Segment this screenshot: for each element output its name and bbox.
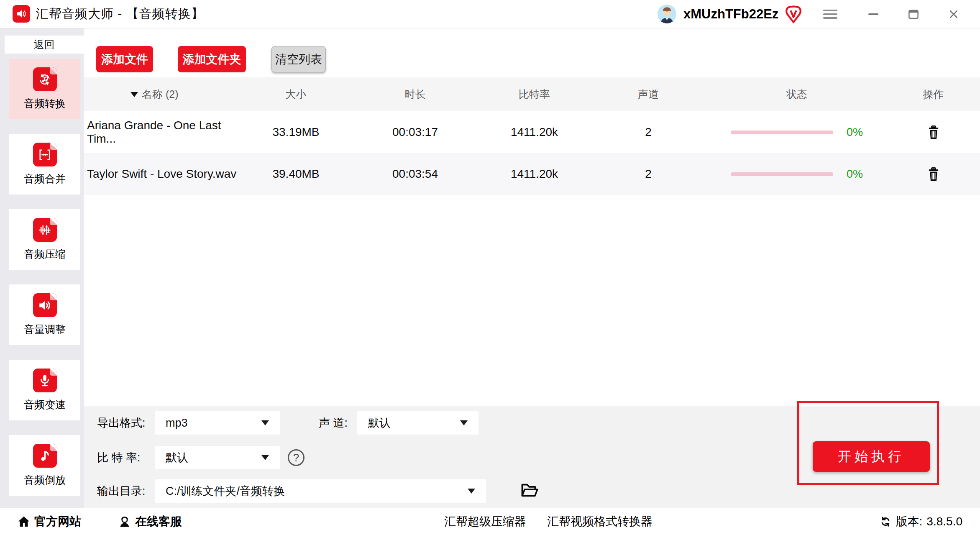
chevron-down-icon	[261, 455, 269, 460]
progress-indicator: 0%	[731, 168, 863, 181]
online-support-link[interactable]: 在线客服	[118, 508, 182, 535]
bitrate-value: 默认	[166, 450, 188, 465]
minimize-button[interactable]	[864, 5, 883, 23]
sidebar-item-audio-speed[interactable]: 音频变速	[9, 360, 80, 420]
app-window: 汇帮音频大师 - 【音频转换】 xMUzhTFb22Ez	[0, 0, 980, 535]
file-duration: 00:03:17	[351, 111, 479, 153]
file-size: 39.40MB	[241, 153, 351, 195]
channels-value: 默认	[368, 415, 391, 430]
progress-bar	[731, 172, 833, 176]
file-name: Taylor Swift - Love Story.wav	[84, 153, 241, 195]
trash-icon	[926, 166, 941, 182]
hamburger-menu-icon[interactable]	[823, 7, 837, 21]
sidebar-item-audio-compress[interactable]: 音频压缩	[9, 209, 80, 270]
home-icon	[17, 515, 31, 529]
table-header: 名称 (2) 大小 时长 比特率 声道 状态 操作	[84, 77, 980, 111]
main-content: 添加文件 添加文件夹 清空列表 名称 (2) 大小 时长 比特率 声道 状态 操…	[84, 28, 980, 508]
delete-file-button[interactable]	[926, 166, 941, 182]
window-title: 汇帮音频大师 - 【音频转换】	[36, 0, 204, 28]
footer-bar: 官方网站 在线客服 汇帮超级压缩器 汇帮视频格式转换器 版本: 3.8.5.0	[0, 508, 980, 535]
progress-percent: 0%	[847, 126, 863, 139]
clear-list-button[interactable]: 清空列表	[271, 46, 326, 72]
output-dir-label: 输出目录:	[97, 479, 146, 503]
file-name: Ariana Grande - One Last Tim...	[84, 111, 241, 153]
sidebar-item-label: 音频压缩	[24, 247, 66, 261]
app-logo-icon	[13, 5, 30, 23]
file-bitrate: 1411.20k	[479, 111, 590, 153]
sidebar-item-audio-merge[interactable]: 音频合并	[9, 134, 80, 195]
official-website-link[interactable]: 官方网站	[17, 508, 81, 535]
sidebar: 返回 音频转换	[0, 28, 84, 508]
export-format-value: mp3	[166, 417, 188, 430]
trash-icon	[926, 124, 941, 141]
progress-percent: 0%	[847, 168, 863, 181]
sidebar-item-label: 音量调整	[24, 323, 66, 336]
channels-label: 声 道:	[319, 411, 348, 435]
sidebar-item-label: 音频变速	[24, 398, 66, 412]
version-label: 版本:	[896, 514, 923, 530]
export-format-select[interactable]: mp3	[155, 411, 280, 435]
close-button[interactable]	[944, 5, 963, 23]
help-icon[interactable]: ?	[288, 449, 304, 466]
support-agent-icon	[118, 515, 132, 529]
file-channels: 2	[590, 153, 707, 195]
add-file-button[interactable]: 添加文件	[96, 46, 153, 72]
vip-badge-icon[interactable]	[785, 5, 802, 24]
volume-adjust-icon	[33, 293, 57, 317]
version-value: 3.8.5.0	[926, 515, 962, 528]
sidebar-item-audio-convert[interactable]: 音频转换	[9, 59, 80, 119]
file-size: 33.19MB	[241, 111, 351, 153]
file-channels: 2	[590, 111, 707, 153]
delete-file-button[interactable]	[926, 124, 941, 141]
output-dir-value: C:/训练文件夹/音频转换	[166, 484, 285, 499]
sidebar-item-volume-adjust[interactable]: 音量调整	[9, 284, 80, 345]
bitrate-label: 比 特 率:	[97, 446, 141, 469]
audio-speed-icon	[33, 369, 57, 392]
add-folder-button[interactable]: 添加文件夹	[178, 46, 246, 72]
file-bitrate: 1411.20k	[479, 153, 590, 195]
progress-indicator: 0%	[731, 126, 863, 139]
header-name[interactable]: 名称 (2)	[84, 77, 241, 111]
header-bitrate: 比特率	[479, 77, 590, 111]
output-dir-select[interactable]: C:/训练文件夹/音频转换	[155, 479, 486, 503]
version-info: 版本: 3.8.5.0	[879, 508, 962, 535]
user-avatar[interactable]	[658, 5, 676, 23]
sidebar-item-audio-reverse[interactable]: 音频倒放	[9, 435, 80, 496]
sort-caret-icon	[130, 92, 138, 97]
chevron-down-icon	[261, 420, 269, 425]
progress-bar	[731, 131, 833, 134]
header-size: 大小	[241, 77, 351, 111]
title-bar: 汇帮音频大师 - 【音频转换】 xMUzhTFb22Ez	[0, 0, 980, 28]
sidebar-item-label: 音频倒放	[24, 473, 66, 487]
table-row[interactable]: Ariana Grande - One Last Tim... 33.19MB …	[84, 111, 980, 153]
header-duration: 时长	[351, 77, 479, 111]
chevron-down-icon	[468, 489, 475, 494]
header-channels: 声道	[590, 77, 707, 111]
chevron-down-icon	[460, 420, 468, 425]
maximize-button[interactable]	[904, 5, 923, 23]
bitrate-select[interactable]: 默认	[155, 446, 280, 469]
audio-merge-icon	[33, 143, 57, 166]
refresh-icon[interactable]	[879, 515, 892, 528]
audio-reverse-icon	[33, 444, 57, 468]
super-compressor-link[interactable]: 汇帮超级压缩器	[444, 508, 526, 535]
header-status: 状态	[707, 77, 887, 111]
channels-select[interactable]: 默认	[357, 411, 478, 435]
start-execute-button[interactable]: 开始执行	[813, 441, 930, 472]
video-converter-link[interactable]: 汇帮视频格式转换器	[547, 508, 652, 535]
audio-convert-icon	[33, 67, 57, 91]
sidebar-item-label: 音频合并	[24, 172, 66, 186]
file-duration: 00:03:54	[351, 153, 479, 195]
table-row[interactable]: Taylor Swift - Love Story.wav 39.40MB 00…	[84, 153, 980, 195]
username-text: xMUzhTFb22Ez	[683, 0, 778, 28]
audio-compress-icon	[33, 218, 57, 242]
sidebar-item-label: 音频转换	[24, 97, 66, 110]
header-actions: 操作	[887, 77, 980, 111]
browse-folder-button[interactable]	[520, 481, 539, 500]
folder-icon	[520, 481, 539, 499]
back-button[interactable]: 返回	[5, 36, 84, 54]
export-format-label: 导出格式:	[97, 411, 146, 435]
